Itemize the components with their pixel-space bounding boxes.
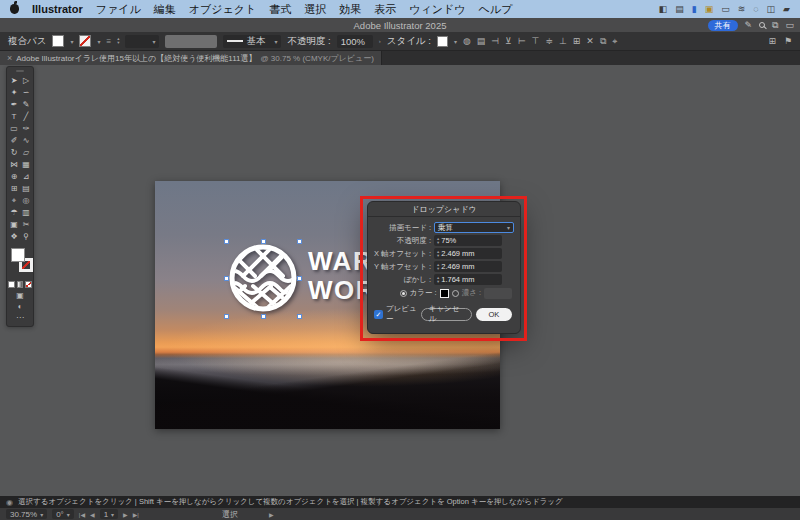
fill-color-swatch[interactable] — [52, 35, 64, 47]
spotlight-icon[interactable]: ◌ — [753, 4, 758, 14]
rotate-tool[interactable]: ↻ — [8, 147, 20, 159]
menu-item[interactable]: 表示 — [374, 2, 396, 17]
arrange-documents-icon[interactable]: ⧉ — [772, 21, 778, 30]
app-icon-yellow[interactable]: ▣ — [705, 4, 714, 14]
edit-icon[interactable]: ✎ — [745, 21, 753, 30]
darkness-radio[interactable] — [452, 290, 459, 297]
pen-tool[interactable]: ✒ — [8, 99, 20, 111]
gradient-tool[interactable]: ▤ — [20, 183, 32, 195]
screen-mode-button[interactable]: ◐ — [8, 301, 32, 312]
blend-tool[interactable]: ◎ — [20, 195, 32, 207]
style-swatch[interactable] — [437, 36, 448, 47]
menu-item[interactable]: 効果 — [339, 2, 361, 17]
mesh-tool[interactable]: ⊞ — [8, 183, 20, 195]
blend-mode-select[interactable]: 乗算▾ — [434, 222, 514, 233]
menu-item[interactable]: ウィンドウ — [409, 2, 465, 17]
zoom-tool[interactable]: ⚲ — [20, 231, 32, 243]
artboard-nav-select[interactable]: 1▾ — [100, 509, 118, 519]
free-transform-tool[interactable]: ▦ — [20, 159, 32, 171]
align-left-icon[interactable]: ⊣ — [491, 36, 499, 46]
tab-close-icon[interactable]: × — [7, 53, 12, 63]
status-expand-icon[interactable]: ▶ — [269, 511, 274, 518]
type-tool[interactable]: T — [8, 111, 20, 123]
menu-item[interactable]: 選択 — [304, 2, 326, 17]
selection-handle[interactable] — [261, 239, 266, 244]
style-caret-icon[interactable]: ▾ — [454, 38, 457, 45]
first-artboard-icon[interactable]: |◀ — [79, 511, 85, 518]
draw-mode-button[interactable]: ▣ — [8, 290, 32, 301]
selection-handle[interactable] — [261, 314, 266, 319]
menu-item[interactable]: オブジェクト — [189, 2, 257, 17]
distribute-center-icon[interactable]: ≑ — [545, 36, 553, 46]
logo-text[interactable]: WAR WOR — [308, 247, 376, 305]
eyedropper-tool[interactable]: ⌖ — [8, 195, 20, 207]
arrange-icon[interactable]: ⧉ — [600, 36, 606, 47]
selection-handle[interactable] — [224, 239, 229, 244]
color-radio[interactable] — [400, 290, 407, 297]
status-tool-display[interactable]: 選択 — [222, 509, 238, 520]
panel-drag-handle[interactable] — [16, 70, 24, 72]
selection-handle[interactable] — [297, 239, 302, 244]
selection-handle[interactable] — [224, 314, 229, 319]
artboard-tool[interactable]: ▣ — [8, 219, 20, 231]
shadow-opacity-field[interactable]: ▴▾ 75% — [434, 235, 502, 246]
lasso-tool[interactable]: ∽ — [20, 87, 32, 99]
menu-item[interactable]: 書式 — [269, 2, 291, 17]
wifi-icon[interactable]: ≋ — [738, 4, 746, 14]
align-right-icon[interactable]: ⊢ — [518, 36, 526, 46]
pencil-tool[interactable]: ✐ — [8, 135, 20, 147]
gradient-mode-button[interactable] — [17, 281, 24, 288]
cancel-button[interactable]: キャンセル — [421, 308, 472, 321]
stepper-icon[interactable]: ▴▾ — [437, 237, 439, 245]
stepper-icon[interactable]: ▴▾ — [437, 263, 439, 271]
rectangle-tool[interactable]: ▭ — [8, 123, 20, 135]
x-offset-field[interactable]: ▴▾ 2.469 mm — [434, 248, 502, 259]
slice-tool[interactable]: ✂ — [20, 219, 32, 231]
battery-icon[interactable]: ▭ — [721, 4, 730, 14]
document-setup-icon[interactable]: ▤ — [477, 36, 486, 46]
menu-item[interactable]: ファイル — [96, 2, 141, 17]
blur-field[interactable]: ▴▾ 1.764 mm — [434, 274, 502, 285]
search-icon[interactable] — [759, 22, 765, 28]
clock-icon[interactable]: ▰ — [783, 4, 790, 14]
transform-icon[interactable]: ⊞ — [573, 36, 581, 46]
column-graph-tool[interactable]: ▥ — [20, 207, 32, 219]
properties-panel-icon[interactable]: ⚑ — [784, 36, 792, 46]
display-icon[interactable]: ◧ — [659, 4, 668, 14]
document-tab[interactable]: × Adobe Illustratorイラレ使用15年以上の【絶対使う便利機能1… — [0, 51, 382, 65]
isolate-icon[interactable]: ✕ — [586, 36, 594, 46]
menu-item[interactable]: 編集 — [154, 2, 176, 17]
zoom-level-select[interactable]: 30.75%▾ — [6, 509, 47, 519]
line-segment-tool[interactable]: ╱ — [20, 111, 32, 123]
paintbrush-tool[interactable]: ✑ — [20, 123, 32, 135]
color-mode-button[interactable] — [8, 281, 15, 288]
curvature-tool[interactable]: ✎ — [20, 99, 32, 111]
selection-tool[interactable]: ➤ — [8, 75, 20, 87]
perspective-grid-tool[interactable]: ⊿ — [20, 171, 32, 183]
stepper-icon[interactable]: ▴▾ — [437, 276, 439, 284]
none-mode-button[interactable] — [25, 281, 32, 288]
workspace-switcher-icon[interactable]: ▭ — [785, 21, 794, 30]
share-button[interactable]: 共有 — [708, 20, 738, 31]
stroke-weight-stepper[interactable]: ▴▾ — [117, 37, 119, 45]
preview-checkbox[interactable]: ✓ — [374, 310, 383, 319]
opacity-field[interactable]: 100% — [337, 35, 373, 48]
keyboard-icon[interactable]: ▤ — [675, 4, 684, 14]
select-similar-icon[interactable]: ⌖ — [612, 36, 617, 47]
variable-width-profile[interactable] — [165, 35, 217, 48]
logo-artwork[interactable] — [227, 242, 299, 316]
hand-tool[interactable]: ❖ — [8, 231, 20, 243]
symbol-sprayer-tool[interactable]: ☂ — [8, 207, 20, 219]
next-artboard-icon[interactable]: ▶ — [123, 511, 128, 518]
selection-handle[interactable] — [224, 276, 229, 281]
dialog-title[interactable]: ドロップシャドウ — [368, 202, 520, 217]
stepper-icon[interactable]: ▴▾ — [437, 250, 439, 258]
fill-swatch[interactable] — [11, 248, 25, 262]
magic-wand-tool[interactable]: ✦ — [8, 87, 20, 99]
opacity-expand-icon[interactable]: › — [379, 38, 381, 44]
ok-button[interactable]: OK — [476, 308, 512, 321]
shaper-tool[interactable]: ∿ — [20, 135, 32, 147]
apple-logo-icon[interactable] — [10, 4, 19, 14]
last-artboard-icon[interactable]: ▶| — [133, 511, 139, 518]
fill-caret-icon[interactable]: ▾ — [70, 38, 73, 45]
